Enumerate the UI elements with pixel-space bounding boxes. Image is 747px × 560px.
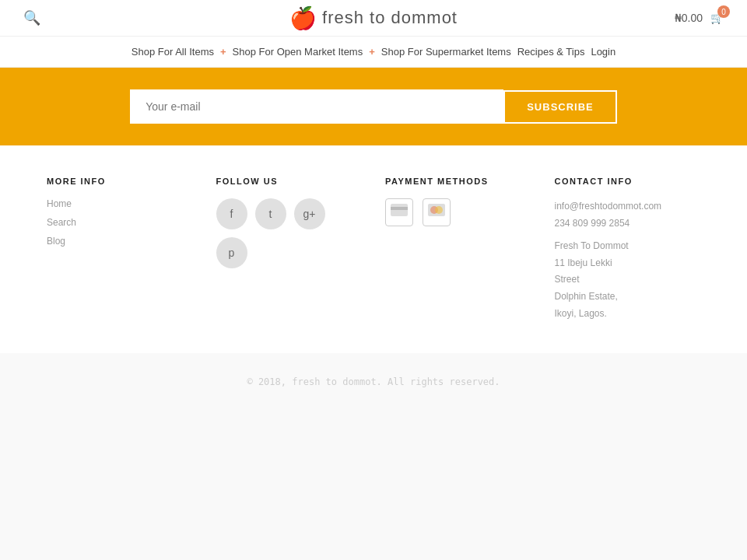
twitter-icon[interactable]: t (255, 198, 286, 229)
nav-arrow-1: + (220, 46, 226, 58)
follow-us-title: FOLLOW US (216, 177, 363, 186)
contact-info-title: CONTACT INFO (555, 177, 701, 186)
search-icon[interactable]: 🔍 (23, 9, 40, 26)
facebook-icon[interactable]: f (216, 198, 247, 229)
social-icons: f t g+ p (216, 198, 363, 268)
footer-follow-us: FOLLOW US f t g+ p (216, 177, 363, 322)
address-line3: Street (555, 271, 701, 289)
google-plus-icon[interactable]: g+ (294, 198, 325, 229)
email-input[interactable] (130, 89, 503, 124)
header-right: ₦0.00 🛒 0 (675, 12, 724, 24)
header: 🔍 🍎 fresh to dommot ₦0.00 🛒 0 (0, 0, 747, 37)
address-line4: Dolphin Estate, (555, 289, 701, 306)
nav-item-open-market[interactable]: Shop For Open Market Items (233, 46, 363, 58)
svg-point-4 (435, 206, 443, 214)
payment-icons (385, 198, 531, 226)
logo-icon: 🍎 (289, 5, 317, 31)
contact-email: info@freshtodommot.com (555, 198, 701, 215)
footer-payment-methods: PAYMENT METHODS (385, 177, 531, 322)
footer-content: MORE INFO Home Search Blog FOLLOW US f t… (0, 145, 747, 353)
cart-button[interactable]: 🛒 0 (710, 12, 724, 24)
address-line2: 11 Ibeju Lekki (555, 255, 701, 272)
copyright-bar: © 2018, fresh to dommot. All rights rese… (0, 353, 747, 411)
logo-text: 🍎 fresh to dommot (289, 5, 458, 31)
nav-item-shop-all[interactable]: Shop For All Items (132, 46, 214, 58)
cart-badge: 0 (717, 5, 730, 18)
subscribe-section: SUBSCRIBE (0, 68, 747, 145)
svg-rect-1 (391, 207, 408, 210)
logo: 🍎 fresh to dommot (289, 5, 458, 31)
header-left: 🔍 (23, 9, 40, 26)
payment-icon-2 (423, 198, 451, 226)
contact-address: Fresh To Dommot 11 Ibeju Lekki Street Do… (555, 238, 701, 322)
cart-price: ₦0.00 (675, 12, 703, 24)
nav-item-login[interactable]: Login (591, 46, 615, 58)
pinterest-icon[interactable]: p (216, 237, 247, 268)
logo-label: fresh to dommot (322, 8, 458, 28)
payment-methods-title: PAYMENT METHODS (385, 177, 531, 186)
nav-bar: Shop For All Items + Shop For Open Marke… (0, 37, 747, 68)
contact-details: info@freshtodommot.com 234 809 999 2854 … (555, 198, 701, 322)
payment-icon-1 (385, 198, 413, 226)
nav-item-supermarket[interactable]: Shop For Supermarket Items (381, 46, 511, 58)
nav-item-recipes[interactable]: Recipes & Tips (517, 46, 585, 58)
footer-contact-info: CONTACT INFO info@freshtodommot.com 234 … (555, 177, 701, 322)
footer-more-info: MORE INFO Home Search Blog (47, 177, 193, 322)
subscribe-button[interactable]: SUBSCRIBE (503, 90, 617, 124)
footer-link-blog[interactable]: Blog (47, 236, 193, 247)
copyright-text: © 2018, fresh to dommot. All rights rese… (247, 376, 500, 387)
footer-link-home[interactable]: Home (47, 198, 193, 209)
contact-phone: 234 809 999 2854 (555, 215, 701, 233)
footer-link-search[interactable]: Search (47, 217, 193, 228)
address-line5: Ikoyi, Lagos. (555, 306, 701, 323)
nav-arrow-2: + (369, 46, 375, 58)
address-line1: Fresh To Dommot (555, 238, 701, 255)
more-info-title: MORE INFO (47, 177, 193, 186)
